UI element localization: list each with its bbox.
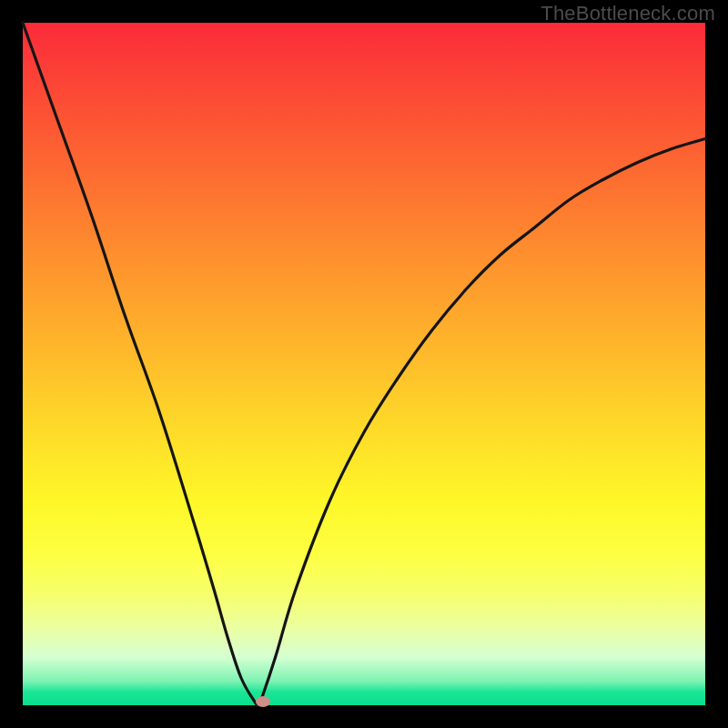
minimum-marker (256, 696, 270, 707)
frame-border-left (0, 0, 23, 728)
frame-border-right (705, 0, 728, 728)
frame-border-bottom (0, 705, 728, 728)
chart-plot-area (23, 23, 705, 705)
curve-path (23, 23, 705, 706)
chart-curve (23, 23, 705, 705)
watermark-text: TheBottleneck.com (541, 2, 715, 25)
